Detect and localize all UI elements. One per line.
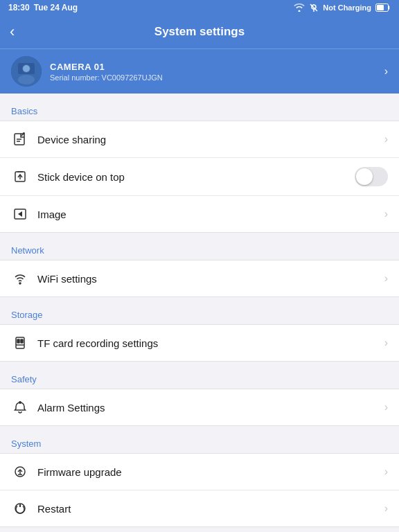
restart-chevron: ›	[384, 502, 388, 515]
network-group: WiFi settings ›	[0, 260, 399, 297]
svg-point-7	[18, 75, 35, 85]
status-bar: 18:30 Tue 24 Aug Not Charging	[0, 0, 399, 15]
status-date: Tue 24 Aug	[34, 3, 78, 12]
svg-rect-21	[21, 339, 23, 343]
toggle-thumb	[356, 168, 373, 185]
device-sharing-icon	[11, 130, 29, 148]
camera-name: CAMERA 01	[50, 62, 163, 72]
restart-item[interactable]: Restart ›	[0, 490, 399, 526]
image-item[interactable]: Image ›	[0, 196, 399, 232]
firmware-chevron: ›	[384, 466, 388, 478]
svg-rect-4	[377, 5, 384, 10]
svg-marker-17	[18, 211, 22, 217]
image-icon	[11, 205, 29, 223]
svg-point-9	[23, 65, 30, 72]
nav-bar: ‹ System settings	[0, 15, 399, 48]
nav-title: System settings	[154, 25, 245, 39]
tf-card-icon	[11, 334, 29, 352]
svg-point-23	[19, 402, 21, 403]
image-chevron: ›	[384, 208, 388, 220]
device-sharing-item[interactable]: Device sharing ›	[0, 121, 399, 158]
back-button[interactable]: ‹	[10, 23, 15, 41]
section-header-safety: Safety	[0, 362, 399, 389]
basics-group: Device sharing › Stick device on top	[0, 121, 399, 233]
battery-status: Not Charging	[323, 3, 371, 12]
location-status-icon	[309, 3, 319, 12]
safety-group: Alarm Settings ›	[0, 389, 399, 426]
battery-icon	[375, 3, 391, 12]
camera-header[interactable]: CAMERA 01 Serial number: VC0097267UJGN ›	[0, 48, 399, 94]
device-sharing-label: Device sharing	[37, 134, 384, 145]
stick-device-icon	[11, 168, 29, 186]
firmware-upgrade-icon	[11, 463, 29, 481]
wifi-settings-item[interactable]: WiFi settings ›	[0, 260, 399, 296]
delete-button-wrap: Delete	[0, 527, 399, 532]
stick-device-item[interactable]: Stick device on top	[0, 158, 399, 196]
wifi-chevron: ›	[384, 272, 388, 285]
restart-icon	[11, 499, 29, 517]
alarm-settings-label: Alarm Settings	[37, 402, 384, 414]
storage-group: TF card recording settings ›	[0, 324, 399, 362]
tf-card-chevron: ›	[384, 337, 388, 349]
tf-card-item[interactable]: TF card recording settings ›	[0, 325, 399, 361]
svg-rect-20	[17, 339, 19, 343]
image-label: Image	[37, 209, 384, 220]
alarm-settings-icon	[11, 398, 29, 416]
stick-device-toggle[interactable]	[355, 167, 388, 186]
firmware-upgrade-item[interactable]: Firmware upgrade ›	[0, 454, 399, 490]
wifi-status-icon	[294, 3, 305, 12]
status-time-date: 18:30 Tue 24 Aug	[8, 3, 78, 12]
camera-chevron-icon: ›	[384, 65, 388, 78]
status-time: 18:30	[8, 3, 30, 12]
alarm-chevron: ›	[384, 401, 388, 414]
camera-info: CAMERA 01 Serial number: VC0097267UJGN	[11, 56, 163, 87]
camera-text: CAMERA 01 Serial number: VC0097267UJGN	[50, 62, 163, 82]
section-header-storage: Storage	[0, 297, 399, 324]
camera-serial: Serial number: VC0097267UJGN	[50, 73, 163, 82]
camera-avatar	[11, 56, 42, 87]
status-icons: Not Charging	[294, 3, 391, 12]
device-sharing-chevron: ›	[384, 133, 388, 145]
section-header-basics: Basics	[0, 94, 399, 121]
stick-device-label: Stick device on top	[37, 171, 355, 183]
content: Basics Device sharing ›	[0, 94, 399, 532]
svg-point-18	[19, 283, 21, 284]
firmware-upgrade-label: Firmware upgrade	[37, 466, 384, 478]
restart-label: Restart	[37, 503, 384, 515]
wifi-settings-icon	[11, 269, 29, 287]
section-header-system: System	[0, 426, 399, 453]
tf-card-label: TF card recording settings	[37, 337, 384, 349]
system-group: Firmware upgrade › Restart ›	[0, 453, 399, 527]
section-header-network: Network	[0, 233, 399, 260]
alarm-settings-item[interactable]: Alarm Settings ›	[0, 389, 399, 425]
wifi-settings-label: WiFi settings	[37, 273, 384, 285]
